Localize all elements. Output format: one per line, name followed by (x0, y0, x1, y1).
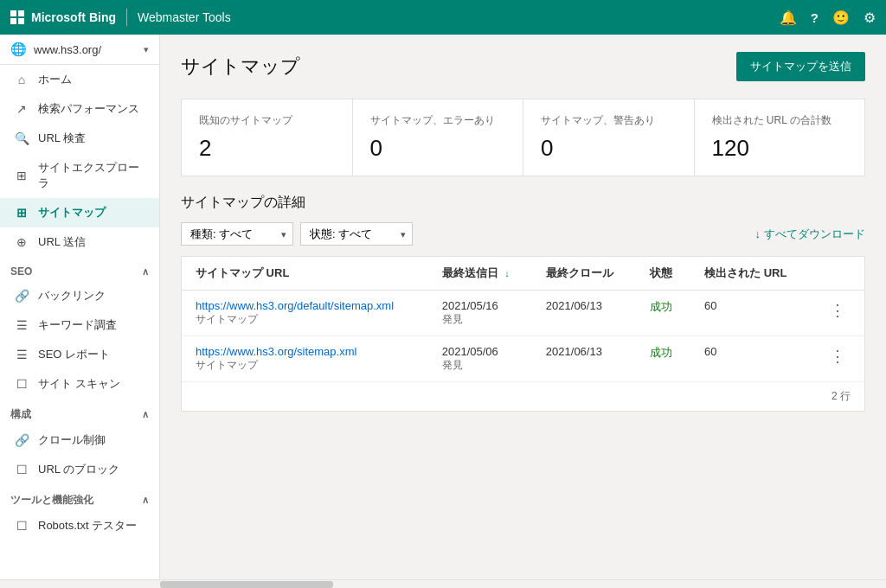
topbar-divider (126, 9, 127, 26)
notification-icon[interactable]: 🔔 (780, 10, 797, 26)
more-options-button[interactable]: ⋮ (825, 345, 851, 368)
col-actions (811, 257, 864, 291)
domain-chevron-icon: ▾ (144, 44, 149, 55)
sidebar-item-crawl-control-label: クロール制御 (38, 432, 106, 448)
cell-urls: 60 (690, 291, 811, 336)
filter-status-wrapper: 状態: すべて (300, 222, 413, 246)
tools-section-chevron-icon[interactable]: ∧ (142, 495, 149, 506)
stat-total-urls: 検出された URL の合計数 120 (695, 99, 865, 176)
stat-warning-sitemaps-label: サイトマップ、警告あり (541, 113, 677, 128)
settings-icon[interactable]: ⚙ (864, 10, 876, 26)
topbar-icons: 🔔 ? 🙂 ⚙ (780, 10, 876, 26)
sidebar-item-seo-report[interactable]: ☰ SEO レポート (0, 340, 159, 369)
filter-type-wrapper: 種類: すべて (181, 222, 293, 246)
trending-icon: ↗ (14, 102, 29, 116)
col-submitted[interactable]: 最終送信日 ↓ (428, 257, 532, 291)
sidebar-item-url-inspector-label: URL 検査 (38, 131, 86, 146)
main-content: サイトマップ サイトマップを送信 既知のサイトマップ 2 サイトマップ、エラーあ… (160, 35, 886, 579)
bottom-scrollbar-thumb (160, 581, 333, 588)
scan-icon: ☐ (14, 377, 29, 391)
submit-icon: ⊕ (14, 235, 29, 249)
stat-total-urls-value: 120 (712, 135, 848, 162)
sitemap-url-text[interactable]: https://www.hs3.org/default/sitemap.xml (196, 299, 394, 312)
domain-selector[interactable]: 🌐 www.hs3.org/ ▾ (0, 35, 159, 65)
col-url: サイトマップ URL (182, 257, 428, 291)
filter-type-select[interactable]: 種類: すべて (181, 222, 293, 246)
explorer-icon: ⊞ (14, 169, 29, 182)
sidebar-item-keyword-research[interactable]: ☰ キーワード調査 (0, 310, 159, 340)
cell-more: ⋮ (811, 291, 864, 336)
sitemap-icon: ⊞ (14, 206, 29, 220)
domain-text: www.hs3.org/ (34, 43, 144, 56)
table-header-row: サイトマップ URL 最終送信日 ↓ 最終クロール 状態 検出された URL (182, 257, 864, 291)
sidebar-item-crawl-control[interactable]: 🔗 クロール制御 (0, 425, 159, 455)
sidebar-item-site-scan-label: サイト スキャン (38, 376, 120, 392)
sidebar-item-seo-report-label: SEO レポート (38, 347, 110, 362)
download-icon: ↓ (755, 227, 761, 240)
config-section-chevron-icon[interactable]: ∧ (142, 409, 149, 420)
table-row: https://www.hs3.org/default/sitemap.xml … (182, 291, 864, 336)
sitemap-type-text: サイトマップ (196, 313, 258, 325)
download-all-label: すべてダウンロード (764, 227, 865, 242)
col-status: 状態 (636, 257, 690, 291)
topbar: Microsoft Bing Webmaster Tools 🔔 ? 🙂 ⚙ (0, 0, 886, 35)
stat-known-sitemaps-label: 既知のサイトマップ (199, 113, 335, 128)
filter-status-select[interactable]: 状態: すべて (300, 222, 413, 246)
search-icon: 🔍 (14, 131, 29, 145)
cell-url: https://www.hs3.org/sitemap.xml サイトマップ (182, 336, 428, 382)
sidebar-item-home[interactable]: ⌂ ホーム (0, 65, 159, 94)
cell-submitted: 2021/05/06発見 (428, 336, 532, 382)
stats-row: 既知のサイトマップ 2 サイトマップ、エラーあり 0 サイトマップ、警告あり 0… (181, 99, 865, 176)
cell-urls: 60 (690, 336, 811, 382)
col-crawled: 最終クロール (532, 257, 636, 291)
col-discovered-urls: 検出された URL (690, 257, 811, 291)
stat-known-sitemaps: 既知のサイトマップ 2 (182, 99, 353, 176)
sidebar-item-search-performance[interactable]: ↗ 検索パフォーマンス (0, 94, 159, 124)
stat-error-sitemaps: サイトマップ、エラーあり 0 (353, 99, 524, 176)
brand-name: Microsoft Bing (31, 10, 116, 24)
bottom-scrollbar[interactable] (0, 579, 886, 588)
sidebar-section-seo: SEO ∧ (0, 257, 159, 281)
sidebar-item-site-scan[interactable]: ☐ サイト スキャン (0, 369, 159, 399)
sidebar-item-sitemap[interactable]: ⊞ サイトマップ (0, 198, 159, 227)
sidebar-item-backlinks[interactable]: 🔗 バックリンク (0, 281, 159, 310)
sidebar-item-url-inspector[interactable]: 🔍 URL 検査 (0, 124, 159, 153)
cell-status: 成功 (636, 336, 690, 382)
status-badge: 成功 (650, 300, 672, 313)
topbar-logo: Microsoft Bing (10, 10, 116, 24)
cell-more: ⋮ (811, 336, 864, 382)
block-icon: ☐ (14, 463, 29, 476)
sidebar: 🌐 www.hs3.org/ ▾ ⌂ ホーム ↗ 検索パフォーマンス 🔍 URL… (0, 35, 160, 579)
details-title: サイトマップの詳細 (181, 194, 865, 212)
sitemap-table: サイトマップ URL 最終送信日 ↓ 最終クロール 状態 検出された URL (182, 257, 864, 381)
stat-error-sitemaps-label: サイトマップ、エラーあり (370, 113, 506, 128)
face-icon[interactable]: 🙂 (832, 10, 850, 26)
sitemap-type-text: サイトマップ (196, 359, 258, 371)
sidebar-section-config: 構成 ∧ (0, 399, 159, 425)
more-options-button[interactable]: ⋮ (825, 299, 851, 322)
stat-warning-sitemaps-value: 0 (541, 135, 677, 162)
sort-arrow-icon: ↓ (504, 268, 510, 278)
sidebar-item-url-block-label: URL のブロック (38, 462, 119, 477)
sidebar-item-url-submit[interactable]: ⊕ URL 送信 (0, 227, 159, 257)
robots-icon: ☐ (14, 519, 29, 533)
submit-sitemap-button[interactable]: サイトマップを送信 (736, 52, 865, 81)
sidebar-item-site-explorer[interactable]: ⊞ サイトエクスプローラ (0, 153, 159, 198)
sidebar-item-robots-tester[interactable]: ☐ Robots.txt テスター (0, 511, 159, 540)
cell-status: 成功 (636, 291, 690, 336)
cell-url: https://www.hs3.org/default/sitemap.xml … (182, 291, 428, 336)
sitemap-url-text[interactable]: https://www.hs3.org/sitemap.xml (196, 345, 356, 358)
seo-section-chevron-icon[interactable]: ∧ (142, 266, 149, 278)
download-all-button[interactable]: ↓ すべてダウンロード (755, 227, 866, 242)
keyword-icon: ☰ (14, 318, 29, 332)
table-row: https://www.hs3.org/sitemap.xml サイトマップ 2… (182, 336, 864, 382)
sitemap-table-container: サイトマップ URL 最終送信日 ↓ 最終クロール 状態 検出された URL (181, 256, 865, 412)
sidebar-item-url-submit-label: URL 送信 (38, 234, 86, 250)
sidebar-item-sitemap-label: サイトマップ (38, 205, 106, 220)
sidebar-item-url-block[interactable]: ☐ URL のブロック (0, 455, 159, 484)
help-icon[interactable]: ? (811, 10, 819, 25)
page-title: サイトマップ (181, 54, 736, 80)
cell-submitted: 2021/05/16発見 (428, 291, 532, 336)
topbar-title: Webmaster Tools (138, 10, 231, 24)
stat-known-sitemaps-value: 2 (199, 135, 335, 162)
